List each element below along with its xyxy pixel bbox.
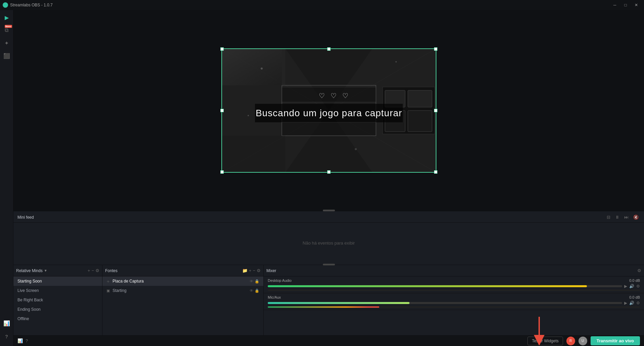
- mixer-track-db-desktop: 0.0 dB: [629, 278, 640, 283]
- sources-folder-button[interactable]: 📁: [242, 268, 248, 273]
- mixer-volume-bar-desktop: [268, 290, 640, 291]
- sources-buttons: 📁 + − ⚙: [242, 268, 261, 273]
- svg-rect-11: [221, 136, 285, 173]
- restore-button[interactable]: □: [620, 1, 631, 9]
- mixer-header: Mixer ⚙: [264, 265, 644, 276]
- mixer-track-desktop: Desktop Audio 0.0 dB ▶ 🔊 ⚙: [264, 276, 644, 293]
- scene-item-offline[interactable]: Offline: [13, 314, 102, 323]
- store-icon: ⬛: [3, 53, 10, 59]
- sidebar-item-stream[interactable]: ▶: [1, 11, 13, 24]
- source-lock-button[interactable]: 🔒: [255, 289, 259, 293]
- scenes-title-area[interactable]: Relative Minds ▼: [16, 268, 47, 273]
- sidebar-item-tools[interactable]: ✦: [1, 37, 13, 49]
- scene-label: Ending Soon: [17, 307, 41, 312]
- titlebar: Streamlabs OBS - 1.0.7 ─ □ ✕: [0, 0, 644, 10]
- content-area: ♡ ♡ ♡ Buscando um jogo para capturar: [13, 10, 644, 346]
- go-live-button[interactable]: Transmitir ao vivo: [591, 336, 640, 345]
- avatar-text: R: [569, 339, 572, 343]
- sidebar-item-copy[interactable]: ⧉ Novo: [1, 24, 13, 36]
- minimize-button[interactable]: ─: [610, 1, 620, 9]
- drag-handle-top[interactable]: [323, 210, 335, 211]
- mixer-track-header: Desktop Audio 0.0 dB: [268, 278, 640, 283]
- scenes-list: Starting Soon Live Screen Be Right Back …: [13, 276, 102, 335]
- drag-handle-bottom[interactable]: [323, 264, 335, 265]
- game-svg: ♡ ♡ ♡ Buscando um jogo para capturar: [221, 48, 436, 173]
- scenes-add-button[interactable]: +: [88, 268, 90, 273]
- source-visibility-button[interactable]: 👁: [250, 289, 253, 293]
- mixer-settings-button-mic[interactable]: ⚙: [636, 301, 640, 305]
- source-item-left: ▣ Starting: [106, 288, 126, 293]
- mixer-fader-mic[interactable]: [268, 302, 622, 304]
- mixer-fader-desktop[interactable]: [268, 285, 622, 287]
- mini-feed-controls: ⊟ ⏸ ⏭ 🔇: [605, 214, 640, 220]
- mini-feed-header: Mini feed ⊟ ⏸ ⏭ 🔇: [13, 211, 644, 223]
- sources-settings-button[interactable]: ⚙: [257, 268, 261, 273]
- avatar-circle: R: [566, 337, 575, 345]
- mixer-volume-level-mic: [268, 306, 379, 308]
- scenes-buttons: + − ⚙: [88, 268, 99, 273]
- sidebar-item-store[interactable]: ⬛: [1, 50, 13, 62]
- help-button[interactable]: ?: [26, 338, 28, 343]
- mixer-monitor-button-desktop[interactable]: ▶: [624, 284, 627, 289]
- source-item-placa-captura[interactable]: ⟛ Placa de Captura 👁 🔒: [102, 276, 263, 286]
- sidebar-bottom: 📊 ?: [1, 317, 13, 346]
- mixer-monitor-button-mic[interactable]: ▶: [624, 301, 627, 305]
- status-left: 📊 ?: [17, 338, 28, 343]
- status-right: Testar Widgets R U Transmitir ao vivo: [527, 336, 640, 345]
- mixer-settings-button-desktop[interactable]: ⚙: [636, 284, 640, 289]
- mixer-track-header-mic: Mic/Aux 0.0 dB: [268, 295, 640, 299]
- mixer-volume-bar-mic: [268, 306, 640, 308]
- avatar-circle-2: U: [578, 337, 587, 345]
- mini-feed-empty-message: Não há eventos para exibir: [303, 241, 355, 246]
- svg-rect-21: [282, 122, 376, 136]
- sources-remove-button[interactable]: −: [253, 268, 255, 273]
- source-actions: 👁 🔒: [250, 289, 259, 293]
- scene-item-be-right-back[interactable]: Be Right Back: [13, 295, 102, 305]
- mixer-fader-row-desktop: ▶ 🔊 ⚙: [268, 284, 640, 289]
- svg-rect-14: [408, 90, 432, 107]
- scene-item-ending-soon[interactable]: Ending Soon: [13, 305, 102, 314]
- window-controls: ─ □ ✕: [610, 1, 641, 9]
- scenes-column: Relative Minds ▼ + − ⚙ Starting Soon Liv…: [13, 265, 102, 335]
- sources-add-button[interactable]: +: [249, 268, 252, 273]
- bottom-panel: Relative Minds ▼ + − ⚙ Starting Soon Liv…: [13, 265, 644, 335]
- mixer-track-name-desktop: Desktop Audio: [268, 278, 292, 283]
- source-label: Starting: [113, 288, 126, 293]
- scenes-title: Relative Minds: [16, 268, 43, 273]
- status-bar: 📊 ? Testar Widgets R: [13, 335, 644, 346]
- app-title: Streamlabs OBS - 1.0.7: [3, 2, 53, 8]
- svg-text:♡ ♡ ♡: ♡ ♡ ♡: [319, 92, 350, 99]
- feed-pause-button[interactable]: ⏸: [614, 214, 621, 220]
- sources-column: Fontes 📁 + − ⚙ ⟛ Placa de Captura: [102, 265, 264, 335]
- test-widgets-button[interactable]: Testar Widgets: [527, 337, 563, 345]
- app-title-text: Streamlabs OBS - 1.0.7: [10, 3, 53, 7]
- svg-point-23: [395, 61, 397, 62]
- feed-filter-button[interactable]: ⊟: [605, 214, 612, 220]
- sidebar-item-graph[interactable]: 📊: [1, 317, 13, 329]
- scenes-settings-button[interactable]: ⚙: [95, 268, 99, 273]
- new-badge: Novo: [5, 25, 12, 28]
- sources-title: Fontes: [105, 268, 118, 273]
- source-visibility-button[interactable]: 👁: [250, 279, 253, 284]
- stream-icon: ▶: [5, 14, 9, 21]
- scenes-remove-button[interactable]: −: [91, 268, 94, 273]
- feed-skip-button[interactable]: ⏭: [623, 214, 630, 220]
- source-lock-button[interactable]: 🔒: [255, 279, 259, 284]
- sidebar-item-help[interactable]: ?: [1, 331, 13, 343]
- mini-feed-content: Não há eventos para exibir: [13, 223, 644, 263]
- scene-item-starting-soon[interactable]: Starting Soon: [13, 276, 102, 286]
- source-item-starting[interactable]: ▣ Starting 👁 🔒: [102, 286, 263, 295]
- sources-header: Fontes 📁 + − ⚙: [102, 265, 263, 276]
- mixer-mute-button-mic[interactable]: 🔊: [629, 301, 634, 305]
- close-button[interactable]: ✕: [631, 1, 641, 9]
- mixer-track-db-mic: 0.0 dB: [629, 295, 640, 299]
- mixer-mute-button-desktop[interactable]: 🔊: [629, 284, 634, 289]
- mixer-gear-button[interactable]: ⚙: [637, 268, 641, 273]
- feed-mute-button[interactable]: 🔇: [632, 214, 640, 220]
- help-icon: ?: [5, 334, 8, 339]
- source-capture-icon: ⟛: [106, 279, 110, 284]
- stats-button[interactable]: 📊: [17, 338, 23, 343]
- scene-item-live-screen[interactable]: Live Screen: [13, 286, 102, 295]
- mixer-fader-row-mic: ▶ 🔊 ⚙: [268, 301, 640, 305]
- scene-label: Offline: [17, 316, 29, 321]
